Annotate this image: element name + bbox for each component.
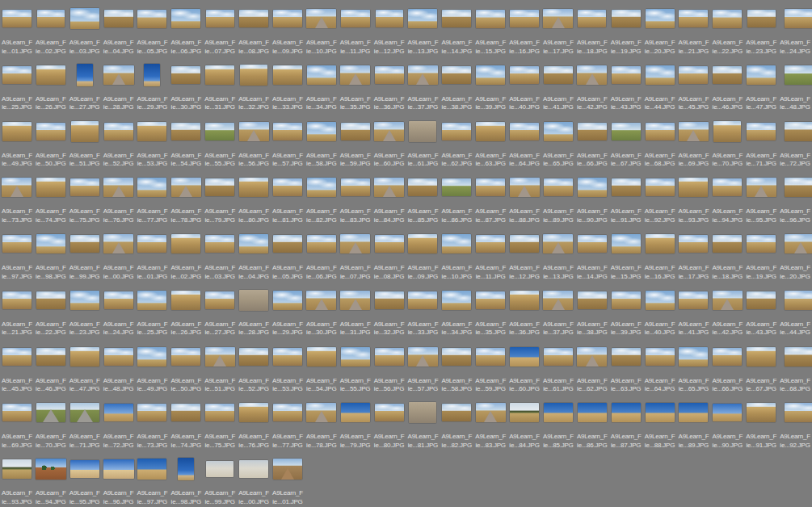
- file-item[interactable]: A9Learn_F ie...84.JPG: [507, 396, 541, 452]
- file-item[interactable]: A9Learn_F ie...32.JPG: [237, 58, 271, 115]
- file-thumbnail[interactable]: [544, 348, 573, 366]
- file-thumbnail[interactable]: [375, 348, 404, 366]
- file-thumbnail[interactable]: [409, 402, 436, 423]
- file-item[interactable]: A9Learn_F ie...33.JPG: [406, 283, 440, 340]
- file-item[interactable]: A9Learn_F ie...66.JPG: [710, 340, 744, 396]
- file-thumbnail[interactable]: [747, 178, 776, 197]
- file-thumbnail[interactable]: [273, 10, 302, 27]
- file-item[interactable]: A9Learn_F ie...38.JPG: [575, 283, 609, 340]
- file-thumbnail[interactable]: [747, 291, 776, 309]
- file-item[interactable]: A9Learn_F ie...04.JPG: [237, 227, 271, 283]
- file-thumbnail[interactable]: [713, 121, 741, 142]
- file-item[interactable]: A9Learn_F ie...27.JPG: [68, 58, 102, 115]
- file-item[interactable]: A9Learn_F ie...36.JPG: [507, 283, 541, 340]
- file-item[interactable]: A9Learn_F ie...82.JPG: [440, 396, 473, 452]
- file-thumbnail[interactable]: [612, 234, 641, 254]
- file-thumbnail[interactable]: [612, 123, 641, 140]
- file-item[interactable]: A9Learn_F ie...33.JPG: [271, 58, 305, 115]
- file-item[interactable]: A9Learn_F ie...01.JPG: [136, 227, 170, 283]
- file-thumbnail[interactable]: [239, 348, 268, 366]
- file-thumbnail[interactable]: [442, 404, 471, 421]
- file-thumbnail[interactable]: [577, 347, 607, 367]
- file-thumbnail[interactable]: [70, 178, 99, 196]
- file-thumbnail[interactable]: [205, 347, 235, 367]
- file-item[interactable]: A9Learn_F ie...88.JPG: [507, 170, 541, 227]
- file-item[interactable]: A9Learn_F ie...55.JPG: [339, 340, 372, 396]
- file-thumbnail[interactable]: [476, 178, 505, 196]
- file-item[interactable]: A9Learn_F ie...11.JPG: [339, 2, 372, 58]
- file-thumbnail[interactable]: [306, 9, 336, 28]
- file-thumbnail[interactable]: [408, 291, 437, 309]
- file-item[interactable]: A9Learn_F ie...44.JPG: [643, 58, 677, 115]
- file-item[interactable]: A9Learn_F ie...76.JPG: [237, 396, 271, 452]
- file-thumbnail[interactable]: [374, 178, 404, 197]
- file-thumbnail[interactable]: [104, 348, 133, 366]
- file-thumbnail[interactable]: [747, 235, 776, 253]
- file-thumbnail[interactable]: [2, 66, 32, 84]
- file-thumbnail[interactable]: [273, 178, 302, 196]
- file-item[interactable]: A9Learn_F ie...13.JPG: [406, 2, 440, 58]
- file-thumbnail[interactable]: [36, 459, 66, 480]
- file-item[interactable]: A9Learn_F ie...31.JPG: [339, 283, 372, 340]
- file-thumbnail[interactable]: [578, 178, 607, 197]
- file-thumbnail[interactable]: [37, 10, 65, 27]
- file-item[interactable]: A9Learn_F ie...41.JPG: [677, 283, 711, 340]
- file-item[interactable]: A9Learn_F ie...39.JPG: [473, 58, 507, 115]
- file-thumbnail[interactable]: [70, 347, 99, 367]
- file-thumbnail[interactable]: [408, 347, 438, 367]
- file-item[interactable]: A9Learn_F ie...41.JPG: [541, 58, 575, 115]
- file-thumbnail[interactable]: [510, 178, 540, 197]
- file-thumbnail[interactable]: [442, 348, 471, 366]
- file-item[interactable]: A9Learn_F ie...09.JPG: [406, 227, 440, 283]
- file-item[interactable]: A9Learn_F ie...51.JPG: [203, 340, 237, 396]
- file-item[interactable]: A9Learn_F ie...70.JPG: [34, 396, 68, 452]
- file-item[interactable]: A9Learn_F ie...67.JPG: [609, 115, 643, 171]
- file-thumbnail[interactable]: [70, 460, 99, 478]
- file-thumbnail[interactable]: [239, 403, 268, 422]
- file-thumbnail[interactable]: [442, 291, 471, 310]
- file-thumbnail[interactable]: [747, 403, 776, 422]
- file-item[interactable]: A9Learn_F ie...65.JPG: [677, 340, 711, 396]
- file-item[interactable]: A9Learn_F ie...80.JPG: [372, 396, 406, 452]
- file-item[interactable]: A9Learn_F ie...01.JPG: [271, 452, 305, 507]
- file-thumbnail[interactable]: [307, 65, 336, 85]
- file-item[interactable]: A9Learn_F ie...52.JPG: [102, 115, 136, 171]
- file-thumbnail[interactable]: [2, 122, 32, 141]
- file-item[interactable]: A9Learn_F ie...90.JPG: [710, 396, 744, 452]
- file-thumbnail[interactable]: [206, 10, 234, 27]
- file-thumbnail[interactable]: [239, 460, 268, 478]
- file-thumbnail[interactable]: [307, 178, 336, 197]
- file-item[interactable]: A9Learn_F ie...83.JPG: [339, 170, 372, 227]
- file-item[interactable]: A9Learn_F ie...54.JPG: [305, 340, 339, 396]
- file-thumbnail[interactable]: [2, 348, 32, 366]
- file-thumbnail[interactable]: [375, 66, 404, 84]
- file-item[interactable]: A9Learn_F ie...40.JPG: [507, 58, 541, 115]
- file-item[interactable]: A9Learn_F ie...25.JPG: [0, 58, 34, 115]
- file-thumbnail[interactable]: [612, 348, 641, 366]
- file-item[interactable]: A9Learn_F ie...42.JPG: [575, 58, 609, 115]
- file-thumbnail[interactable]: [36, 403, 65, 422]
- file-thumbnail[interactable]: [646, 348, 675, 366]
- file-item[interactable]: A9Learn_F ie...77.JPG: [271, 396, 305, 452]
- file-item[interactable]: A9Learn_F ie...28.JPG: [237, 283, 271, 340]
- file-thumbnail[interactable]: [70, 403, 99, 422]
- file-item[interactable]: A9Learn_F ie...70.JPG: [710, 115, 744, 171]
- file-thumbnail[interactable]: [144, 64, 160, 86]
- file-item[interactable]: A9Learn_F ie...85.JPG: [541, 396, 575, 452]
- file-thumbnail[interactable]: [646, 291, 675, 310]
- file-item[interactable]: A9Learn_F ie...62.JPG: [575, 340, 609, 396]
- file-thumbnail[interactable]: [408, 9, 437, 28]
- file-item[interactable]: A9Learn_F ie...96.JPG: [778, 170, 812, 227]
- file-thumbnail[interactable]: [171, 234, 200, 254]
- file-item[interactable]: A9Learn_F ie...60.JPG: [372, 115, 406, 171]
- file-thumbnail[interactable]: [239, 234, 268, 254]
- file-thumbnail[interactable]: [240, 65, 267, 86]
- file-item[interactable]: A9Learn_F ie...62.JPG: [440, 115, 473, 171]
- file-thumbnail[interactable]: [747, 123, 776, 140]
- file-thumbnail[interactable]: [578, 123, 607, 140]
- file-thumbnail[interactable]: [785, 9, 812, 28]
- file-thumbnail[interactable]: [713, 404, 742, 421]
- file-thumbnail[interactable]: [713, 291, 743, 310]
- file-thumbnail[interactable]: [510, 291, 539, 310]
- file-item[interactable]: A9Learn_F ie...10.JPG: [440, 227, 473, 283]
